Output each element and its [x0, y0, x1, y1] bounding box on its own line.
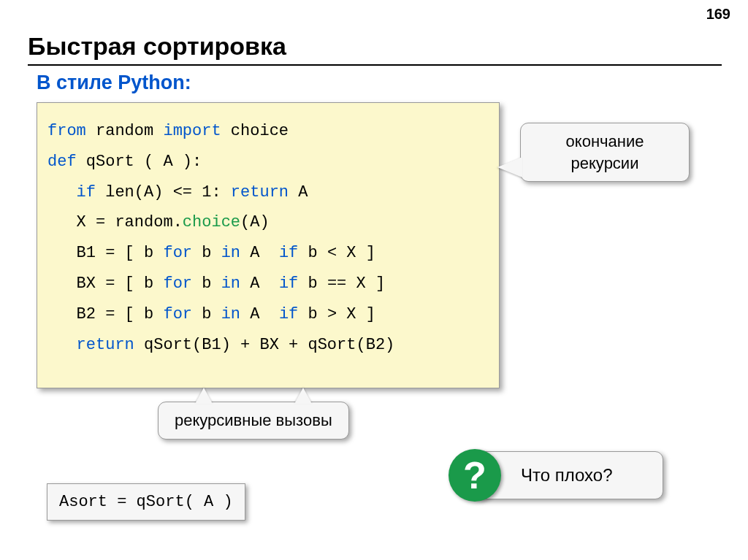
code-line-3: if len(A) <= 1: return A [47, 177, 489, 208]
code-line-5: B1 = [ b for b in A if b < X ] [47, 238, 489, 269]
subtitle: В стиле Python: [37, 72, 191, 94]
code-line-2: def qSort ( A ): [47, 147, 489, 177]
callout-recursion-end: окончание рекурсии [520, 123, 690, 182]
code-line-8: return qSort(B1) + BX + qSort(B2) [47, 330, 489, 361]
code-line-4: X = random.choice(A) [47, 207, 489, 238]
page-number: 169 [706, 6, 730, 23]
callout-recursive-calls: рекурсивные вызовы [158, 402, 349, 440]
question-mark-icon: ? [449, 449, 501, 502]
code-line-6: BX = [ b for b in A if b == X ] [47, 269, 489, 299]
usage-code: Asort = qSort( A ) [47, 483, 245, 521]
code-block: from random import choice def qSort ( A … [37, 102, 500, 388]
title-underline [28, 64, 722, 66]
page-title: Быстрая сортировка [28, 32, 286, 61]
code-line-1: from random import choice [47, 116, 489, 147]
callout-question: Что плохо? [473, 451, 663, 499]
code-line-7: B2 = [ b for b in A if b > X ] [47, 299, 489, 330]
